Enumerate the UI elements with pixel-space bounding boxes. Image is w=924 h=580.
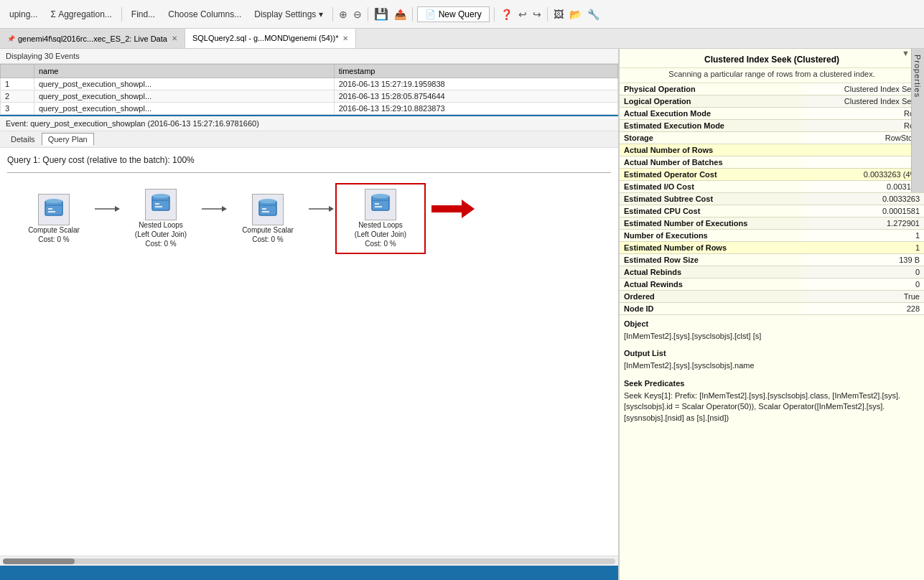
props-row: Actual Rebinds 0 bbox=[620, 266, 924, 279]
svg-point-22 bbox=[372, 194, 389, 198]
table-row[interactable]: 2 query_post_execution_showpl... 2016-06… bbox=[1, 90, 618, 103]
events-count: Displaying 30 Events bbox=[0, 49, 618, 64]
props-subtitle: Scanning a particular range of rows from… bbox=[620, 68, 924, 83]
query-cost-label: Query 1: Query cost (relative to the bat… bbox=[7, 155, 611, 165]
props-header: Clustered Index Seek (Clustered) bbox=[620, 49, 924, 68]
horizontal-scrollbar[interactable] bbox=[0, 556, 618, 566]
new-query-icon: 📄 bbox=[425, 9, 436, 19]
col-header-timestamp[interactable]: timestamp bbox=[334, 65, 617, 78]
tab-dropdown-icon[interactable]: ▼ bbox=[902, 49, 910, 57]
props-section-header: Object bbox=[620, 315, 924, 329]
plan-node-4[interactable]: Nested Loops(Left Outer Join)Cost: 0 % bbox=[341, 189, 420, 248]
row-num: 3 bbox=[1, 103, 34, 115]
prop-value: 228 bbox=[802, 303, 924, 315]
props-row: Ordered True bbox=[620, 291, 924, 303]
prop-value: 1.272901 bbox=[802, 218, 924, 230]
prop-value: Clustered Index Seek bbox=[802, 83, 924, 95]
toolbar-find-btn[interactable]: Find... bbox=[126, 7, 160, 22]
tab-live-data-label: genemi4f\sql2016rc...xec_ES_2: Live Data bbox=[18, 34, 167, 43]
toolbar-separator-2 bbox=[332, 7, 333, 22]
prop-value: Row bbox=[802, 120, 924, 132]
node-4-icon bbox=[365, 189, 396, 220]
table-row[interactable]: 1 query_post_execution_showpl... 2016-06… bbox=[1, 78, 618, 90]
prop-label: Estimated Execution Mode bbox=[620, 120, 802, 132]
arrow-2-svg bbox=[202, 204, 227, 214]
query-plan-area: Query 1: Query cost (relative to the bat… bbox=[0, 148, 618, 566]
props-row: Estimated Execution Mode Row bbox=[620, 120, 924, 132]
prop-value: RowStore bbox=[802, 132, 924, 144]
tab-query-plan[interactable]: Query Plan bbox=[42, 133, 94, 146]
tab-live-data-close[interactable]: ✕ bbox=[172, 34, 177, 42]
plan-node-4-container[interactable]: Nested Loops(Left Outer Join)Cost: 0 % bbox=[335, 183, 426, 254]
props-row: Actual Execution Mode Row bbox=[620, 108, 924, 120]
tab-live-data[interactable]: 📌 genemi4f\sql2016rc...xec_ES_2: Live Da… bbox=[0, 29, 185, 48]
tab-sqlquery-label: SQLQuery2.sql - g...MOND\genemi (54))* bbox=[192, 34, 339, 42]
svg-rect-11 bbox=[155, 206, 162, 207]
props-section-text: Seek Keys[1]: Prefix: [InMemTest2].[sys]… bbox=[620, 389, 924, 426]
props-row: Actual Number of Batches 0 bbox=[620, 156, 924, 169]
toolbar-separator-5 bbox=[494, 7, 495, 22]
prop-label: Estimated Operator Cost bbox=[620, 169, 802, 181]
new-query-label: New Query bbox=[439, 9, 482, 19]
svg-point-8 bbox=[152, 194, 169, 198]
prop-value: Row bbox=[802, 108, 924, 120]
props-row: Estimated Row Size 139 B bbox=[620, 254, 924, 266]
prop-value: True bbox=[802, 291, 924, 303]
prop-value: 1 bbox=[802, 242, 924, 254]
arrow-3-svg bbox=[309, 204, 334, 214]
scrollbar-track bbox=[3, 558, 615, 564]
svg-marker-6 bbox=[115, 206, 120, 212]
new-query-button[interactable]: 📄 New Query bbox=[417, 6, 490, 22]
tab-details[interactable]: Details bbox=[4, 133, 42, 146]
prop-label: Ordered bbox=[620, 291, 802, 303]
prop-label: Actual Rewinds bbox=[620, 279, 802, 291]
node-3-svg bbox=[256, 198, 279, 221]
red-arrow-svg bbox=[431, 200, 475, 218]
scrollbar-thumb[interactable] bbox=[3, 558, 75, 564]
node-4-svg bbox=[369, 193, 392, 216]
tab-sqlquery[interactable]: SQLQuery2.sql - g...MOND\genemi (54))* ✕ bbox=[185, 29, 357, 48]
tab-pin-icon: 📌 bbox=[7, 35, 15, 42]
prop-value: 0 bbox=[802, 266, 924, 279]
arrow-2 bbox=[202, 204, 227, 214]
props-row: Node ID 228 bbox=[620, 303, 924, 315]
settings-icon: 🔧 bbox=[587, 9, 599, 20]
events-panel: Displaying 30 Events name timestamp 1 qu… bbox=[0, 49, 618, 116]
prop-label: Actual Rebinds bbox=[620, 266, 802, 279]
toolbar-separator-1 bbox=[121, 7, 122, 22]
prop-value: 0.0033263 bbox=[802, 193, 924, 205]
plan-node-1[interactable]: Compute ScalarCost: 0 % bbox=[14, 194, 93, 244]
detail-tabs: Details Query Plan bbox=[0, 131, 618, 148]
toolbar-grouping-btn[interactable]: uping... bbox=[4, 7, 42, 22]
open-icon: 📂 bbox=[569, 9, 582, 20]
props-section-text: [InMemTest2].[sys].[sysclsobjs].[clst] [… bbox=[620, 329, 924, 345]
props-row: Actual Number of Rows 0 bbox=[620, 144, 924, 156]
table-row[interactable]: 3 query_post_execution_showpl... 2016-06… bbox=[1, 103, 618, 115]
node-1-svg bbox=[42, 198, 65, 221]
arrow-1-svg bbox=[95, 204, 120, 214]
plan-node-2[interactable]: Nested Loops(Left Outer Join)Cost: 0 % bbox=[121, 189, 200, 248]
prop-label: Estimated Subtree Cost bbox=[620, 193, 802, 205]
plan-nodes: Compute ScalarCost: 0 % bbox=[7, 183, 611, 254]
left-panel: Displaying 30 Events name timestamp 1 qu… bbox=[0, 49, 619, 580]
toolbar-display-settings-btn[interactable]: Display Settings ▾ bbox=[249, 7, 327, 22]
col-header-name[interactable]: name bbox=[34, 65, 334, 78]
svg-marker-20 bbox=[329, 206, 334, 212]
node-1-label: Compute ScalarCost: 0 % bbox=[28, 225, 80, 244]
props-section-header: Seek Predicates bbox=[620, 375, 924, 389]
tab-sqlquery-close[interactable]: ✕ bbox=[342, 34, 348, 42]
plan-node-3[interactable]: Compute ScalarCost: 0 % bbox=[228, 194, 307, 244]
toolbar-separator-3 bbox=[368, 7, 368, 22]
toolbar-choose-columns-btn[interactable]: Choose Columns... bbox=[163, 7, 246, 22]
prop-value: 1 bbox=[802, 230, 924, 242]
prop-label: Estimated Number of Executions bbox=[620, 218, 802, 230]
svg-marker-13 bbox=[222, 206, 227, 212]
props-row: Actual Rewinds 0 bbox=[620, 279, 924, 291]
event-timestamp: 2016-06-13 15:29:10.8823873 bbox=[334, 103, 617, 115]
toolbar-aggregation-btn[interactable]: Σ Aggregation... bbox=[45, 7, 116, 22]
row-num: 1 bbox=[1, 78, 34, 90]
help-icon: ❓ bbox=[500, 9, 513, 20]
properties-sidebar-label[interactable]: Properties bbox=[911, 49, 924, 192]
arrow-3 bbox=[309, 204, 334, 214]
prop-value: 0 bbox=[802, 156, 924, 169]
